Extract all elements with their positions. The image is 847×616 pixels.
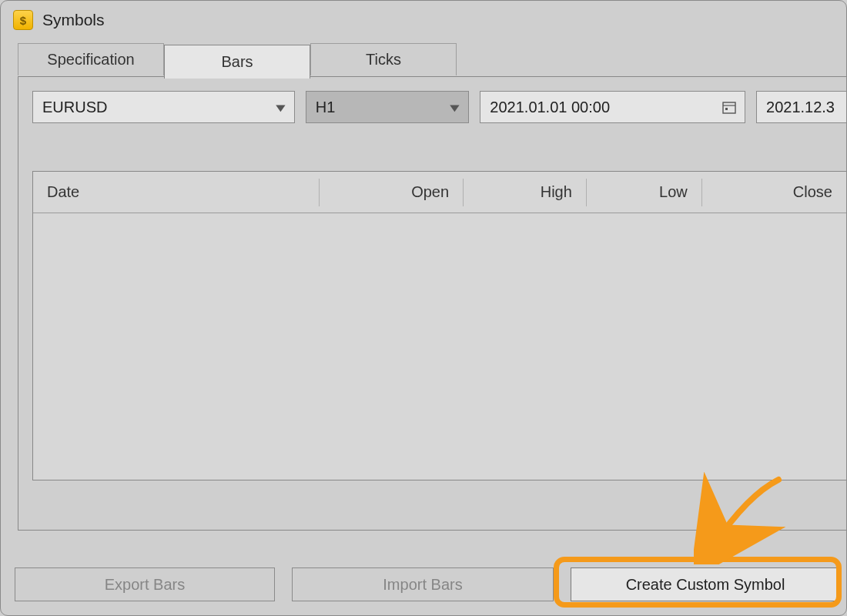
grid-body (33, 213, 846, 480)
tab-bars[interactable]: Bars (164, 45, 310, 79)
symbol-select[interactable]: EURUSD ▼ (32, 91, 295, 123)
tab-label: Specification (47, 51, 134, 69)
chevron-down-icon: ▼ (273, 101, 289, 114)
tab-ticks[interactable]: Ticks (310, 43, 457, 75)
export-bars-button[interactable]: Export Bars (15, 567, 275, 601)
svg-rect-2 (725, 108, 728, 110)
button-label: Create Custom Symbol (626, 576, 785, 594)
col-header-high[interactable]: High (464, 179, 587, 206)
calendar-icon[interactable] (721, 99, 737, 115)
timeframe-value: H1 (316, 99, 336, 116)
date-from-field[interactable]: 2021.01.01 00:00 (480, 91, 745, 123)
bars-grid: Date Open High Low Close (32, 171, 846, 480)
col-header-open[interactable]: Open (320, 179, 464, 206)
window-title: Symbols (42, 11, 105, 29)
import-bars-button[interactable]: Import Bars (292, 567, 554, 601)
tab-label: Ticks (366, 51, 401, 69)
col-header-date[interactable]: Date (33, 179, 320, 206)
col-header-low[interactable]: Low (587, 179, 702, 206)
tabstrip: Specification Bars Ticks (18, 42, 846, 76)
col-header-close[interactable]: Close (702, 179, 846, 206)
symbols-window: $ Symbols Specification Bars Ticks EURUS… (0, 0, 847, 616)
chevron-down-icon: ▼ (447, 101, 463, 114)
button-label: Export Bars (105, 576, 185, 594)
tab-label: Bars (221, 53, 253, 71)
titlebar: $ Symbols (4, 4, 846, 41)
button-label: Import Bars (383, 576, 462, 594)
svg-rect-0 (723, 102, 735, 113)
date-to-field[interactable]: 2021.12.3 (756, 91, 846, 123)
filter-row: EURUSD ▼ H1 ▼ 2021.01.01 00:00 2021.12. (32, 91, 846, 123)
grid-header: Date Open High Low Close (33, 172, 846, 213)
bottom-buttons: Export Bars Import Bars Create Custom Sy… (15, 567, 840, 601)
bars-panel: EURUSD ▼ H1 ▼ 2021.01.01 00:00 2021.12. (18, 76, 846, 531)
create-custom-symbol-button[interactable]: Create Custom Symbol (571, 567, 840, 601)
date-to-value: 2021.12.3 (766, 99, 835, 116)
date-from-value: 2021.01.01 00:00 (490, 99, 610, 116)
tab-specification[interactable]: Specification (18, 43, 164, 75)
timeframe-select[interactable]: H1 ▼ (306, 91, 470, 123)
dollar-icon: $ (13, 10, 33, 30)
symbol-value: EURUSD (42, 99, 107, 116)
